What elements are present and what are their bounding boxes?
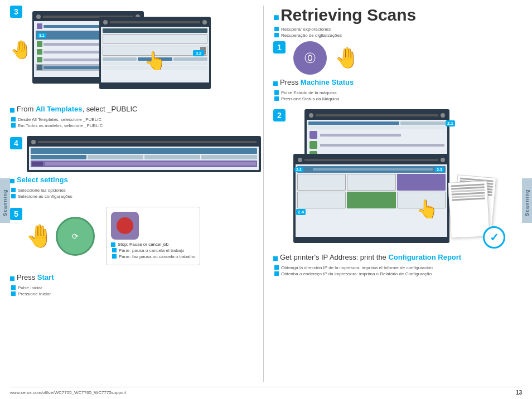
step5-stop-sub1: Parar: pausa o cancela el trabajo: [111, 248, 195, 253]
step5-start-button: ⟳: [56, 217, 95, 256]
step5-sub1: Pulse Iniciar: [10, 285, 261, 290]
step3-title-row: From All Templates, select _PUBLIC: [10, 105, 261, 115]
right-column: ■ Retrieving Scans Recuperar exploracion…: [273, 6, 524, 390]
step4-sub1: Seleccione las opciones: [10, 188, 261, 193]
step3-sub2-sq: [11, 123, 16, 128]
documents-visual: ✓: [449, 176, 500, 243]
step5-hand: 🤚: [26, 223, 54, 249]
sub-label-23: 2.3: [435, 167, 444, 172]
step3-sub2-badge: 3.2: [193, 50, 204, 56]
right-step2-number: 2: [273, 109, 286, 121]
stop-title: Stop: Pause or cancel job: [118, 242, 168, 247]
step3-sub1-sq: [11, 117, 16, 121]
left-column: 3.1: [10, 6, 261, 390]
step3-title: From All Templates, select _PUBLIC: [17, 105, 138, 113]
title-prefix-icon: ■: [273, 12, 279, 23]
step5-sub2: Pressione Iniciar: [10, 291, 261, 296]
right-step1-title-row: Press Machine Status: [273, 78, 524, 89]
step3-sub1-badge: 3.1: [37, 33, 46, 38]
right-step2-mockup: 2.1 2.2 2.3: [293, 109, 505, 249]
right-step1-sub1: Pulse Estado de la máquina: [273, 90, 524, 95]
step5-number: 5: [10, 208, 22, 220]
right-sub1: Recuperar exploraciones: [273, 27, 524, 32]
right-step2-sub1: Obtenga la dirección IP de la impresora:…: [273, 265, 524, 270]
right-step2-sub2: Obtenha o endereço IP da impressora: imp…: [273, 271, 524, 276]
page-title-row: ■ Retrieving Scans: [273, 6, 524, 27]
right-step2-title-row: Get printer's IP Address: print the Conf…: [273, 253, 524, 264]
step3-blue-sq: [10, 108, 14, 113]
right-step1-number: 1: [273, 41, 286, 53]
step5-title: Press Start: [17, 273, 54, 281]
right-step1-title: Press Machine Status: [280, 78, 354, 86]
column-divider: [263, 6, 264, 382]
check-mark: ✓: [483, 226, 505, 249]
step5-title-row: Press Start: [10, 273, 261, 284]
step5-stop-box: Stop: Pause or cancel job Parar: pausa o…: [106, 207, 200, 265]
sub-label-24: 2.4: [296, 209, 306, 215]
step4-mockup: [27, 136, 261, 172]
step3-sub2: Em Todos as modelos, selecione _PUBLIC: [10, 123, 261, 128]
footer: www.xerox.com/office/WC7755_WC7765_WC777…: [10, 387, 522, 396]
right-step1-sub2: Pressione Status da Máquina: [273, 96, 524, 101]
step3-sub1: Desde All Templates, seleccione _PUBLIC: [10, 117, 261, 122]
sub-label-22: 2.2: [294, 167, 303, 172]
step4-title: Select settings: [17, 176, 68, 184]
step4-title-row: Select settings: [10, 176, 261, 186]
step4-number: 4: [10, 137, 22, 149]
step1-hand: 🤚: [335, 46, 360, 70]
right-step1-visual: ⓪ 🤚: [293, 41, 360, 75]
step5-stop-button: [111, 212, 139, 240]
machine-status-button-visual: ⓪: [293, 41, 327, 75]
left-scanning-tab: Scanning: [0, 178, 10, 223]
page-title-section: ■ Retrieving Scans Recuperar exploracion…: [273, 6, 524, 38]
page-title: Retrieving Scans: [280, 6, 416, 25]
footer-url: www.xerox.com/office/WC7755_WC7765_WC777…: [10, 390, 126, 395]
step3-number: 3: [10, 6, 26, 18]
step5-section: 5 🤚 ⟳: [10, 207, 261, 296]
step3-hand-right: 👆: [144, 50, 166, 71]
footer-page: 13: [516, 390, 522, 396]
step3-hand-left: 🤚: [10, 39, 32, 60]
step5-stop-sub2: Parar: faz pausa ou cancela o trabalho: [111, 254, 195, 259]
step3-mockup: 3.1: [10, 6, 261, 100]
right-step1-section: 1 ⓪ 🤚 Press Machine Status Pulse Estado …: [273, 41, 524, 101]
sub-label-21: 2.1: [446, 120, 455, 126]
right-sub2: Recuperação de digitalizações: [273, 33, 524, 38]
right-step2-section: 2: [273, 109, 524, 276]
step4-sub2: Selecione as configurações: [10, 194, 261, 199]
step5-visual-area: 🤚 ⟳ Stop: Pause or cancel job: [26, 207, 200, 265]
step3-section: 3.1: [10, 6, 261, 128]
step5-start-area: 🤚 ⟳: [26, 207, 95, 265]
step4-section: 4: [10, 136, 261, 199]
right-step2-title: Get printer's IP Address: print the Conf…: [280, 253, 461, 261]
step2-hand: 👆: [416, 198, 438, 220]
